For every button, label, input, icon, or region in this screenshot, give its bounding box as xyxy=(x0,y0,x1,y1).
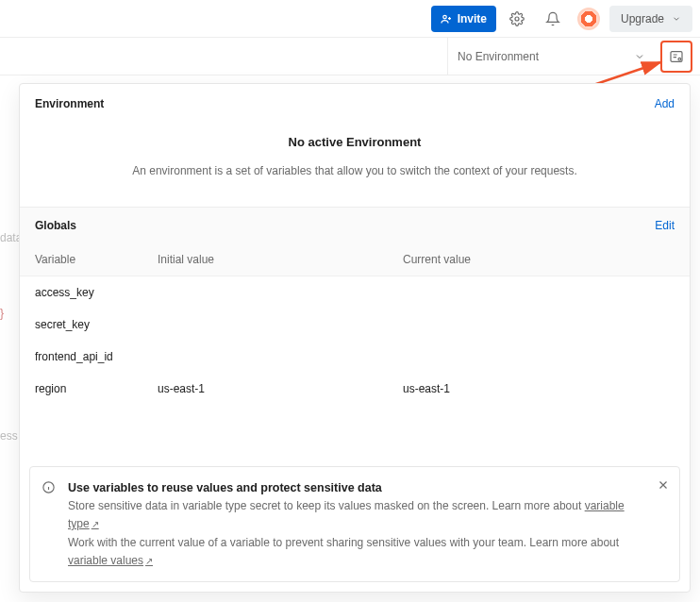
globals-title: Globals xyxy=(35,219,76,232)
avatar xyxy=(577,8,600,30)
col-variable: Variable xyxy=(35,253,158,266)
add-environment-button[interactable]: Add xyxy=(655,97,675,110)
top-toolbar: Invite Upgrade xyxy=(0,0,700,38)
no-environment-message: No active Environment An environment is … xyxy=(20,124,690,208)
table-row: access_key xyxy=(20,276,690,309)
invite-label: Invite xyxy=(458,12,487,25)
cell-initial: us-east-1 xyxy=(158,382,403,395)
settings-button[interactable] xyxy=(502,4,532,34)
globals-section: Globals Edit Variable Initial value Curr… xyxy=(20,208,690,405)
invite-button[interactable]: Invite xyxy=(431,6,496,32)
cell-variable: frontend_api_id xyxy=(35,350,158,363)
gear-icon xyxy=(509,11,525,26)
cell-current xyxy=(403,286,675,299)
tip-text: Store sensitive data in variable type se… xyxy=(68,499,585,512)
cell-initial xyxy=(158,286,403,299)
table-row: region us-east-1 us-east-1 xyxy=(20,373,690,405)
tip-title: Use variables to reuse values and protec… xyxy=(68,481,382,494)
cell-variable: secret_key xyxy=(35,318,158,331)
col-initial: Initial value xyxy=(158,253,403,266)
profile-button[interactable] xyxy=(574,4,604,34)
edit-globals-button[interactable]: Edit xyxy=(655,219,675,232)
table-row: secret_key xyxy=(20,309,690,341)
cell-initial xyxy=(158,318,403,331)
environment-selector[interactable]: No Environment xyxy=(447,38,655,75)
no-environment-title: No active Environment xyxy=(76,133,633,153)
globals-section-header: Globals Edit xyxy=(20,208,690,243)
environment-selector-label: No Environment xyxy=(458,50,539,63)
svg-point-0 xyxy=(442,15,446,19)
cell-variable: region xyxy=(35,382,158,395)
environment-section-header: Environment Add xyxy=(20,84,690,124)
invite-person-icon xyxy=(441,13,452,25)
external-link-icon: ↗ xyxy=(92,519,99,529)
col-current: Current value xyxy=(403,253,675,266)
environment-title: Environment xyxy=(35,97,104,110)
spacer xyxy=(20,405,690,457)
cell-current: us-east-1 xyxy=(403,382,675,395)
bg-text: ess xyxy=(0,429,18,443)
tip-text: Work with the current value of a variabl… xyxy=(68,536,619,549)
environment-bar: No Environment xyxy=(0,38,700,75)
svg-point-1 xyxy=(515,17,519,21)
upgrade-button[interactable]: Upgrade xyxy=(609,6,692,32)
no-environment-body: An environment is a set of variables tha… xyxy=(132,164,577,177)
cell-current xyxy=(403,318,675,331)
cell-variable: access_key xyxy=(35,286,158,299)
environment-quicklook-icon xyxy=(669,49,684,64)
environment-panel: Environment Add No active Environment An… xyxy=(19,83,691,593)
globals-column-header: Variable Initial value Current value xyxy=(20,243,690,276)
variable-values-link[interactable]: variable values↗ xyxy=(68,554,153,567)
bell-icon xyxy=(545,11,560,26)
cell-initial xyxy=(158,350,403,363)
upgrade-label: Upgrade xyxy=(621,12,664,25)
info-icon xyxy=(42,480,56,494)
bg-text: } xyxy=(0,307,4,320)
external-link-icon: ↗ xyxy=(145,556,153,566)
variables-tip: Use variables to reuse values and protec… xyxy=(29,466,680,582)
close-tip-button[interactable] xyxy=(657,478,670,492)
cell-current xyxy=(403,350,675,363)
chevron-down-icon xyxy=(634,51,645,62)
chevron-down-icon xyxy=(672,14,681,24)
table-row: frontend_api_id xyxy=(20,341,690,373)
environment-quicklook-button[interactable] xyxy=(660,41,692,73)
notifications-button[interactable] xyxy=(538,4,568,34)
svg-point-3 xyxy=(678,58,681,60)
